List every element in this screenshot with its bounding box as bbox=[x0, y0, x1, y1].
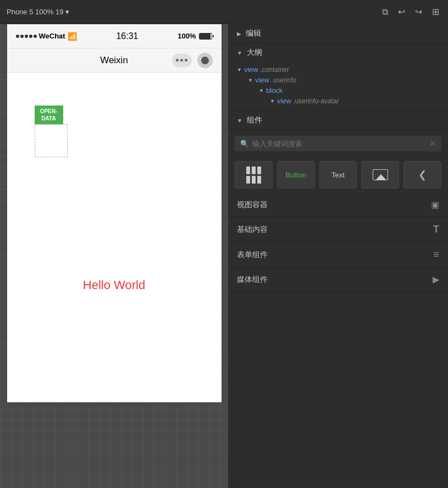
search-icon: 🔍 bbox=[240, 140, 249, 148]
main-area: WeChat 📶 16:31 100% Weixin bbox=[0, 24, 448, 488]
outline-title: 大纲 bbox=[247, 48, 262, 58]
category-basic-header[interactable]: 基础内容 T bbox=[228, 217, 448, 242]
tree-item-container[interactable]: ▼ view .container bbox=[228, 64, 448, 75]
category-view-container: 视图容器 ▣ bbox=[228, 193, 448, 217]
category-basic-label: 基础内容 bbox=[237, 225, 268, 235]
status-left: WeChat 📶 bbox=[16, 32, 77, 41]
category-basic-content: 基础内容 T bbox=[228, 217, 448, 242]
tree-tag-1: view bbox=[244, 65, 258, 74]
search-clear-icon[interactable]: ✕ bbox=[429, 139, 436, 148]
grid-symbol bbox=[246, 167, 261, 184]
tree-class-4: .userinfo-avatar bbox=[291, 97, 339, 105]
phone-frame: WeChat 📶 16:31 100% Weixin bbox=[7, 24, 222, 402]
phone-nav-bar: Weixin bbox=[7, 48, 222, 73]
category-form-icon: ≡ bbox=[433, 249, 439, 260]
outline-section: ▼ 大纲 ▼ view .container ▼ view .userinfo bbox=[228, 43, 448, 111]
copy-icon[interactable]: ⧉ bbox=[380, 5, 390, 19]
carrier-label: WeChat bbox=[39, 32, 65, 40]
category-media-icon: ▶ bbox=[433, 274, 439, 285]
component-section: ▼ 组件 🔍 ✕ bbox=[228, 111, 448, 488]
chevron-left-icon: ❮ bbox=[418, 169, 427, 181]
right-panel: ▶ 编辑 ▼ 大纲 ▼ view .container ▼ view bbox=[228, 24, 448, 488]
category-form: 表单组件 ≡ bbox=[228, 242, 448, 268]
image-symbol bbox=[373, 169, 388, 180]
nav-title: Weixin bbox=[100, 55, 128, 66]
comp-arrow: ▼ bbox=[237, 118, 242, 124]
comp-icon-button[interactable]: Button bbox=[277, 161, 315, 188]
category-media: 媒体组件 ▶ bbox=[228, 268, 448, 292]
device-label[interactable]: Phone 5 100% 19 ▾ bbox=[7, 8, 69, 16]
component-icon-grid: Button Text ❮ bbox=[228, 157, 448, 193]
nav-right-controls bbox=[172, 53, 213, 68]
tree-arrow-2: ▼ bbox=[248, 77, 253, 83]
open-data-element[interactable]: OPEN-DATA bbox=[35, 106, 68, 157]
outline-header[interactable]: ▼ 大纲 bbox=[228, 43, 448, 62]
comp-title: 组件 bbox=[247, 115, 262, 125]
battery-icon bbox=[199, 33, 212, 40]
edit-section-header[interactable]: ▶ 编辑 bbox=[237, 29, 439, 38]
open-data-badge: OPEN-DATA bbox=[35, 106, 63, 124]
comp-icon-image[interactable] bbox=[361, 161, 399, 188]
tree-class-2: .userinfo bbox=[269, 76, 296, 84]
search-input[interactable] bbox=[252, 140, 429, 148]
tree-item-block[interactable]: ▼ block bbox=[228, 85, 448, 96]
tree-arrow-4: ▼ bbox=[270, 98, 275, 104]
outline-tree: ▼ view .container ▼ view .userinfo ▼ blo… bbox=[228, 62, 448, 110]
status-right: 100% bbox=[178, 32, 212, 40]
tree-item-userinfo[interactable]: ▼ view .userinfo bbox=[228, 75, 448, 85]
toolbar-icons: ⧉ ↩ ↪ ⊞ bbox=[380, 4, 441, 19]
tree-class-1: .container bbox=[258, 66, 289, 74]
nav-dots-btn[interactable] bbox=[172, 54, 192, 67]
category-view-label: 视图容器 bbox=[237, 200, 268, 210]
category-form-label: 表单组件 bbox=[237, 250, 268, 260]
wifi-icon: 📶 bbox=[68, 32, 77, 41]
open-data-placeholder bbox=[35, 124, 68, 157]
hello-world-text: Hello World bbox=[83, 278, 145, 292]
phone-content: OPEN-DATA Hello World bbox=[7, 73, 222, 402]
component-header[interactable]: ▼ 组件 bbox=[228, 111, 448, 130]
phone-status-bar: WeChat 📶 16:31 100% bbox=[7, 24, 222, 48]
outline-arrow: ▼ bbox=[237, 50, 242, 56]
crop-icon[interactable]: ⊞ bbox=[430, 4, 441, 19]
tree-tag-4: view bbox=[277, 97, 291, 105]
undo-icon[interactable]: ↩ bbox=[396, 4, 407, 19]
edit-arrow: ▶ bbox=[237, 31, 241, 37]
top-toolbar: Phone 5 100% 19 ▾ ⧉ ↩ ↪ ⊞ bbox=[0, 0, 448, 24]
battery-pct: 100% bbox=[178, 32, 196, 40]
component-categories: 视图容器 ▣ 基础内容 T 表单组件 ≡ bbox=[228, 193, 448, 488]
clock: 16:31 bbox=[116, 31, 138, 41]
tree-arrow-3: ▼ bbox=[259, 88, 264, 93]
category-form-header[interactable]: 表单组件 ≡ bbox=[228, 242, 448, 267]
nav-record-btn[interactable] bbox=[197, 53, 213, 68]
edit-title: 编辑 bbox=[246, 29, 261, 38]
edit-section: ▶ 编辑 bbox=[228, 24, 448, 43]
redo-icon[interactable]: ↪ bbox=[413, 4, 424, 19]
signal-dots bbox=[16, 35, 37, 38]
comp-icon-text[interactable]: Text bbox=[319, 161, 357, 188]
comp-text-label: Text bbox=[331, 171, 345, 179]
phone-area: WeChat 📶 16:31 100% Weixin bbox=[0, 24, 228, 488]
comp-icon-chevron[interactable]: ❮ bbox=[403, 161, 441, 188]
tree-tag-3: block bbox=[266, 86, 283, 95]
category-view-icon: ▣ bbox=[431, 199, 439, 210]
comp-icon-grid[interactable] bbox=[235, 161, 273, 188]
search-bar: 🔍 ✕ bbox=[235, 136, 441, 151]
category-media-header[interactable]: 媒体组件 ▶ bbox=[228, 268, 448, 291]
comp-button-label: Button bbox=[285, 171, 306, 179]
category-view-header[interactable]: 视图容器 ▣ bbox=[228, 193, 448, 217]
tree-arrow-1: ▼ bbox=[237, 67, 242, 73]
tree-tag-2: view bbox=[255, 76, 269, 84]
category-media-label: 媒体组件 bbox=[237, 275, 268, 285]
tree-item-avatar[interactable]: ▼ view .userinfo-avatar bbox=[228, 96, 448, 106]
category-basic-icon: T bbox=[433, 224, 439, 235]
